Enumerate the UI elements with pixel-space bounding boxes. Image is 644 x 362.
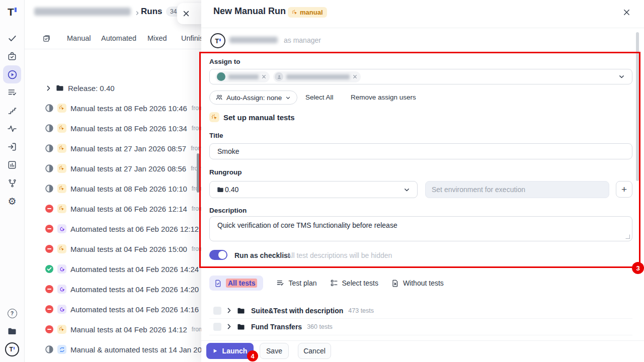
remove-assign-users-button[interactable]: Remove assign users <box>351 94 416 101</box>
run-list-item[interactable]: Automated tests at 04 Feb 2026 14:20 <box>24 279 225 299</box>
sidebar-item-test-cases[interactable] <box>3 47 21 65</box>
add-environment-button[interactable]: + <box>616 181 632 198</box>
automated-run-icon <box>57 264 66 274</box>
assign-to-select[interactable] <box>209 69 632 84</box>
run-list-item[interactable]: Manual tests at 04 Feb 2026 14:12from <box>24 319 225 339</box>
run-list: Release: 0.40Manual tests at 08 Feb 2026… <box>24 78 225 359</box>
sidebar-item-projects[interactable] <box>3 322 21 340</box>
sidebar-item-plans[interactable] <box>3 83 21 102</box>
remove-assignee-icon[interactable] <box>262 74 266 79</box>
page-scrollbar-thumb[interactable] <box>197 153 199 193</box>
description-textarea[interactable]: Quick verification of core TMS functiona… <box>209 216 632 241</box>
run-list-item[interactable]: Manual tests at 04 Feb 2026 15:00from <box>24 239 225 259</box>
run-list-item[interactable]: Automated tests at 04 Feb 2026 14:24 <box>24 259 225 279</box>
sidebar-item-results[interactable] <box>3 29 21 47</box>
remove-assignee-icon[interactable] <box>353 74 357 79</box>
folder-icon <box>237 323 245 331</box>
chevron-right-icon <box>226 323 232 330</box>
sidebar-item-analytics[interactable] <box>3 156 21 174</box>
folder-icon <box>7 326 17 336</box>
sidebar-item-import[interactable] <box>3 138 21 156</box>
title-label: Title <box>209 132 223 139</box>
chevron-right-icon <box>135 9 140 18</box>
annotation-badge-3: 3 <box>632 262 644 274</box>
status-failed-icon <box>45 325 53 333</box>
title-input[interactable] <box>209 143 632 159</box>
sidebar-item-runs[interactable] <box>3 65 21 83</box>
run-title: Manual tests at 08 Feb 2026 10:46 <box>70 104 187 113</box>
new-manual-run-modal: New Manual Run manual T as manager Assig… <box>201 0 644 362</box>
modal-scrollbar-thumb[interactable] <box>636 32 639 181</box>
checklist-label: Run as checklist <box>234 251 290 259</box>
tab-test-plan[interactable]: Test plan <box>276 279 316 287</box>
manual-cursor-icon <box>292 10 298 16</box>
folder-icon <box>56 84 64 92</box>
suite-checkbox[interactable] <box>213 323 221 331</box>
automated-run-icon <box>57 305 66 314</box>
resize-handle[interactable] <box>625 234 630 239</box>
suite-checkbox[interactable] <box>213 307 221 315</box>
app-logo-icon[interactable]: T <box>3 3 21 21</box>
document-check-icon <box>214 280 222 287</box>
sidebar-item-milestones[interactable] <box>3 102 21 120</box>
assignee-chip <box>215 71 270 82</box>
run-type-badge: manual <box>288 7 327 18</box>
tab-manual[interactable]: Manual <box>67 34 91 42</box>
run-title: Manual tests at 06 Feb 2026 12:14 <box>70 205 187 213</box>
tree-divider <box>209 335 632 335</box>
run-as-checklist-toggle[interactable] <box>209 250 227 260</box>
branch-icon <box>8 178 17 188</box>
run-title: Automated tests at 06 Feb 2026 12:12 <box>70 225 199 233</box>
steps-icon <box>8 106 17 116</box>
environment-input[interactable] <box>425 181 609 198</box>
manual-cursor-icon <box>209 112 219 122</box>
status-in-progress-icon <box>45 185 53 193</box>
launch-button[interactable]: Launch <box>206 343 254 359</box>
run-folder-row[interactable]: Release: 0.40 <box>24 78 225 98</box>
sidebar-item-pulse[interactable] <box>3 120 21 138</box>
breadcrumb-project-blurred[interactable] <box>34 8 131 16</box>
cancel-button[interactable]: Cancel <box>298 343 331 359</box>
suite-row[interactable]: Fund Transfers 360 tests <box>201 319 632 334</box>
sidebar-item-help[interactable]: ? <box>3 304 21 322</box>
play-icon <box>213 348 218 353</box>
automated-run-icon <box>57 285 66 294</box>
manager-name-blurred <box>229 37 278 43</box>
sidebar-item-settings[interactable]: ⚙ <box>3 192 21 210</box>
tab-mixed[interactable]: Mixed <box>147 34 167 42</box>
run-list-item[interactable]: Manual tests at 08 Feb 2026 10:10from <box>24 178 225 199</box>
suite-row[interactable]: Suite&Test with description 473 tests <box>201 303 632 318</box>
tab-select-tests[interactable]: Select tests <box>330 279 378 287</box>
setup-heading: Set up manual tests <box>223 113 295 122</box>
run-title: Manual & automated tests at 14 Jan 2026 <box>70 345 210 354</box>
tab-automated[interactable]: Automated <box>101 34 136 42</box>
modal-close-button[interactable] <box>622 8 631 17</box>
annotation-badge-4: 4 <box>247 350 258 361</box>
status-failed-icon <box>45 225 53 233</box>
run-list-item[interactable]: Manual tests at 06 Feb 2026 12:14from <box>24 199 225 219</box>
save-button[interactable]: Save <box>260 343 289 359</box>
run-title: Manual tests at 04 Feb 2026 15:00 <box>70 245 187 253</box>
rungroup-select[interactable]: 0.40 <box>209 181 418 198</box>
breadcrumb-runs[interactable]: Runs <box>141 7 163 17</box>
select-all-button[interactable]: Select All <box>305 94 334 101</box>
run-list-item[interactable]: Automated tests at 06 Feb 2026 12:12 <box>24 219 225 239</box>
sidebar-item-branches[interactable] <box>3 174 21 192</box>
sidebar-item-profile[interactable]: T <box>3 340 21 358</box>
tab-without-tests[interactable]: Without tests <box>391 279 444 287</box>
run-list-item[interactable]: Manual tests at 27 Jan 2026 08:56from <box>24 158 225 178</box>
play-circle-icon <box>7 69 18 80</box>
run-list-item[interactable]: Manual tests at 27 Jan 2026 08:57from <box>24 138 225 158</box>
run-list-item[interactable]: Manual & automated tests at 14 Jan 2026 <box>24 339 225 359</box>
select-all-runs-icon[interactable] <box>42 34 51 45</box>
status-in-progress-icon <box>45 124 53 132</box>
tab-all-tests[interactable]: All tests <box>209 276 263 291</box>
run-list-item[interactable]: Automated tests at 04 Feb 2026 14:16 <box>24 299 225 319</box>
run-list-item[interactable]: Manual tests at 08 Feb 2026 10:46from <box>24 98 225 118</box>
close-icon <box>623 9 630 16</box>
run-list-item[interactable]: Manual tests at 08 Feb 2026 10:34from <box>24 118 225 138</box>
checklist-hint: All test descriptions will be hidden <box>287 251 392 259</box>
chevron-right-icon <box>45 85 52 92</box>
status-failed-icon <box>45 205 53 213</box>
auto-assign-dropdown[interactable]: Auto-Assign: none <box>209 90 297 105</box>
